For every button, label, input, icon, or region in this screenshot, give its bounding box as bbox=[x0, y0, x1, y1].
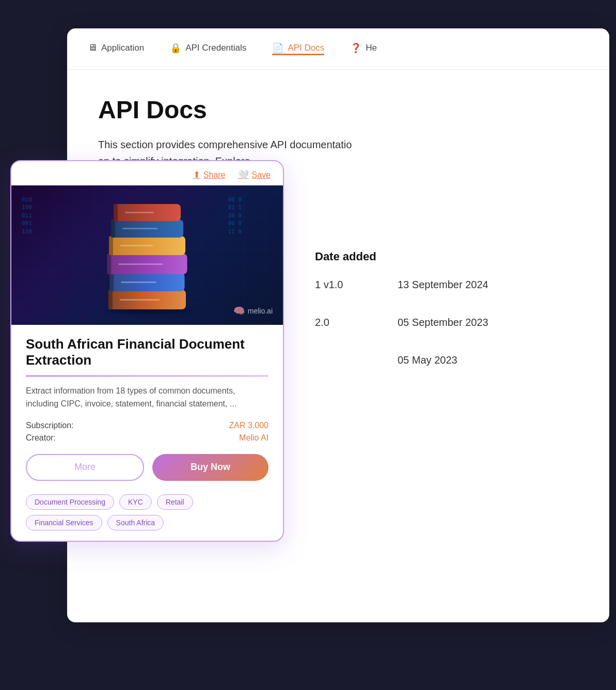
tag-financial-services[interactable]: Financial Services bbox=[26, 515, 102, 530]
version-2: 2.0 bbox=[315, 317, 356, 328]
tag-retail[interactable]: Retail bbox=[157, 494, 193, 510]
tab-application[interactable]: 🖥 Application bbox=[88, 42, 144, 55]
help-icon: ❓ bbox=[350, 42, 361, 54]
book-5 bbox=[111, 219, 183, 238]
table-row: 1 v1.0 13 September 2024 bbox=[315, 279, 578, 291]
binary-decoration-2: 00 001 110 000 011 0 bbox=[228, 196, 242, 236]
card-description: Extract information from 18 types of com… bbox=[26, 385, 268, 411]
tag-south-africa[interactable]: South Africa bbox=[107, 515, 164, 530]
subscription-value: ZAR 3,000 bbox=[229, 421, 268, 430]
book-2 bbox=[110, 273, 185, 291]
more-button[interactable]: More bbox=[26, 454, 144, 481]
heart-icon: 🤍 bbox=[238, 169, 249, 180]
card-image: 010100011001110 00 001 110 000 011 0 bbox=[11, 185, 283, 325]
product-title: South African Financial Document Extract… bbox=[26, 336, 268, 368]
tab-api-docs[interactable]: 📄 API Docs bbox=[272, 42, 324, 55]
melio-watermark: 🧠 melio.ai bbox=[233, 305, 273, 317]
subscription-row: Subscription: ZAR 3,000 bbox=[26, 421, 268, 430]
share-icon: ⬆ bbox=[193, 169, 200, 180]
date-1: 13 September 2024 bbox=[398, 279, 488, 291]
card-meta: Subscription: ZAR 3,000 Creator: Melio A… bbox=[26, 421, 268, 443]
credentials-icon: 🔒 bbox=[170, 42, 181, 54]
creator-label: Creator: bbox=[26, 433, 56, 443]
table-row: 05 May 2023 bbox=[315, 354, 578, 366]
table-header: Date added bbox=[315, 250, 578, 263]
binary-decoration: 010100011001110 bbox=[22, 196, 32, 236]
card-actions: ⬆ Share 🤍 Save bbox=[11, 161, 283, 185]
book-6 bbox=[114, 204, 181, 221]
product-card: ⬆ Share 🤍 Save 010100011001110 00 001 11… bbox=[10, 160, 284, 542]
card-body: South African Financial Document Extract… bbox=[11, 325, 283, 541]
card-divider bbox=[26, 375, 268, 377]
date-2: 05 September 2023 bbox=[398, 317, 488, 328]
book-4 bbox=[109, 236, 185, 255]
card-tags: Document Processing KYC Retail Financial… bbox=[26, 492, 268, 530]
creator-value: Melio AI bbox=[239, 433, 268, 443]
buy-now-button[interactable]: Buy Now bbox=[152, 454, 268, 481]
docs-icon: 📄 bbox=[272, 42, 283, 54]
brain-icon: 🧠 bbox=[233, 305, 245, 317]
table-row: 2.0 05 September 2023 bbox=[315, 317, 578, 328]
version-1: 1 v1.0 bbox=[315, 279, 356, 291]
creator-row: Creator: Melio AI bbox=[26, 433, 268, 443]
subscription-label: Subscription: bbox=[26, 421, 74, 430]
card-buttons: More Buy Now bbox=[26, 454, 268, 481]
tab-bar: 🖥 Application 🔒 API Credentials 📄 API Do… bbox=[67, 28, 609, 70]
save-button[interactable]: 🤍 Save bbox=[238, 169, 271, 180]
application-icon: 🖥 bbox=[88, 42, 97, 53]
tab-api-credentials[interactable]: 🔒 API Credentials bbox=[170, 42, 246, 56]
page-title: API Docs bbox=[98, 96, 578, 124]
tag-document-processing[interactable]: Document Processing bbox=[26, 494, 114, 510]
date-3: 05 May 2023 bbox=[398, 354, 457, 366]
share-button[interactable]: ⬆ Share bbox=[193, 169, 226, 180]
book-stack bbox=[101, 201, 194, 309]
book-3 bbox=[107, 254, 187, 274]
tab-help[interactable]: ❓ He bbox=[350, 42, 377, 56]
book-1 bbox=[108, 290, 186, 309]
tag-kyc[interactable]: KYC bbox=[119, 494, 152, 510]
